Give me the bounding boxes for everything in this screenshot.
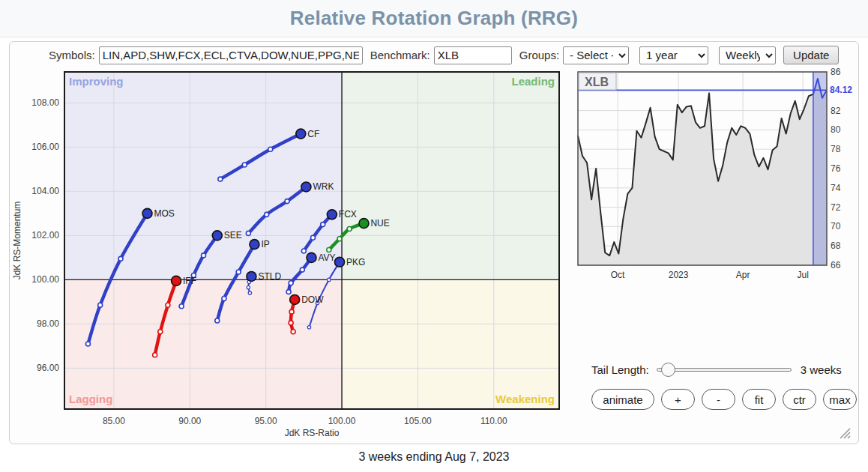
svg-text:90.00: 90.00 — [178, 416, 201, 426]
svg-text:DOW: DOW — [301, 294, 324, 305]
toolbar: Symbols: Benchmark: Groups: - Select - 1… — [10, 46, 858, 64]
resize-handle-icon[interactable] — [837, 426, 851, 439]
svg-text:102.00: 102.00 — [31, 230, 59, 240]
svg-text:MOS: MOS — [154, 208, 175, 219]
svg-text:66: 66 — [831, 260, 841, 270]
svg-text:100.00: 100.00 — [31, 274, 59, 285]
svg-text:100.00: 100.00 — [328, 416, 356, 426]
svg-text:2023: 2023 — [669, 270, 689, 280]
svg-text:68: 68 — [831, 240, 841, 251]
svg-text:80: 80 — [831, 124, 841, 135]
svg-text:Leading: Leading — [511, 75, 555, 88]
period-caption: 3 weeks ending Aug 7, 2023 — [0, 450, 868, 464]
svg-text:82: 82 — [831, 106, 841, 116]
benchmark-label: Benchmark: — [370, 49, 430, 61]
svg-text:IFF: IFF — [183, 276, 196, 286]
symbols-input[interactable] — [99, 46, 363, 64]
svg-text:98.00: 98.00 — [37, 318, 59, 329]
groups-label: Groups: — [519, 49, 559, 61]
svg-text:78: 78 — [831, 144, 841, 154]
tail-length-slider[interactable] — [657, 362, 792, 377]
svg-text:XLB: XLB — [585, 76, 609, 88]
svg-text:74: 74 — [831, 183, 841, 193]
svg-text:95.00: 95.00 — [255, 416, 277, 426]
benchmark-price-chart: XLB8682807876747270686684.12Oct2023AprJu… — [567, 67, 868, 285]
svg-text:110.00: 110.00 — [480, 416, 507, 426]
page-header: Relative Rotation Graph (RRG) — [0, 0, 868, 37]
slider-track[interactable] — [657, 368, 792, 372]
svg-text:76: 76 — [831, 163, 841, 174]
rrg-panel: Symbols: Benchmark: Groups: - Select - 1… — [9, 41, 859, 444]
svg-text:105.00: 105.00 — [404, 416, 432, 426]
svg-text:96.00: 96.00 — [37, 363, 59, 373]
period-select[interactable]: 1 year — [639, 46, 708, 64]
animate-button[interactable]: animate — [591, 389, 654, 410]
chart-buttons: animate + - fit ctr max — [591, 389, 857, 410]
zoom-out-button[interactable]: - — [702, 389, 735, 410]
fit-button[interactable]: fit — [742, 389, 776, 410]
svg-text:70: 70 — [831, 221, 841, 232]
svg-text:NUE: NUE — [370, 218, 389, 229]
svg-text:PKG: PKG — [346, 257, 365, 267]
svg-text:85.00: 85.00 — [103, 416, 125, 426]
rrg-chart[interactable]: ImprovingLeadingLaggingWeakening85.0090.… — [10, 64, 579, 444]
svg-text:Improving: Improving — [69, 75, 124, 88]
page-title: Relative Rotation Graph (RRG) — [290, 7, 578, 30]
update-button[interactable]: Update — [783, 46, 839, 64]
svg-text:108.00: 108.00 — [31, 97, 59, 108]
benchmark-input[interactable] — [434, 46, 512, 64]
max-button[interactable]: max — [823, 389, 857, 410]
zoom-in-button[interactable]: + — [661, 389, 695, 410]
svg-text:Weakening: Weakening — [495, 393, 555, 405]
svg-text:84.12: 84.12 — [830, 85, 852, 95]
svg-text:Lagging: Lagging — [69, 393, 112, 405]
svg-text:86: 86 — [831, 67, 841, 77]
svg-text:104.00: 104.00 — [31, 186, 59, 196]
svg-text:JdK RS-Ratio: JdK RS-Ratio — [285, 428, 340, 438]
tail-length-label: Tail Length: — [591, 363, 649, 376]
tail-length-control: Tail Length: 3 weeks — [591, 360, 858, 379]
svg-text:IP: IP — [261, 239, 269, 249]
svg-text:Jul: Jul — [797, 270, 808, 280]
center-button[interactable]: ctr — [783, 389, 816, 410]
svg-text:SEE: SEE — [224, 230, 242, 240]
symbols-label: Symbols: — [49, 49, 95, 61]
svg-text:CF: CF — [307, 129, 319, 139]
svg-text:AVY: AVY — [318, 252, 335, 263]
groups-select[interactable]: - Select - — [563, 46, 629, 64]
svg-text:Oct: Oct — [611, 270, 625, 280]
svg-text:STLD: STLD — [258, 271, 281, 282]
svg-text:106.00: 106.00 — [31, 142, 59, 152]
frequency-select[interactable]: Weekly — [719, 46, 776, 64]
svg-text:WRK: WRK — [313, 181, 334, 192]
tail-length-value: 3 weeks — [801, 363, 842, 376]
svg-text:Apr: Apr — [736, 270, 750, 280]
svg-text:FCX: FCX — [339, 209, 357, 220]
svg-text:JdK RS-Momentum: JdK RS-Momentum — [12, 202, 22, 280]
slider-thumb[interactable] — [661, 363, 675, 377]
svg-text:72: 72 — [831, 202, 841, 213]
